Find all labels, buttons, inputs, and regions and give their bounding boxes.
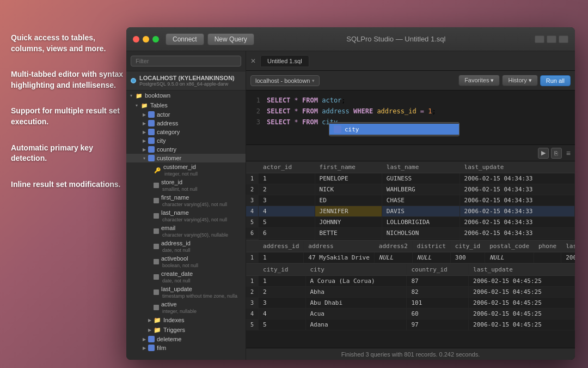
address-hdr-postal_code: postal_code <box>485 240 534 252</box>
table-icon-category <box>148 129 155 135</box>
sidebar-item-category[interactable]: ▶ category <box>126 128 246 136</box>
col-icon-address_id <box>154 244 159 249</box>
filter-input[interactable] <box>131 56 241 67</box>
export-button[interactable]: ▶ <box>538 148 549 159</box>
window-controls <box>535 35 568 43</box>
address-hdr-address: address <box>304 240 375 252</box>
folder-icon-booktown: 📁 <box>135 92 143 99</box>
tree-arrow-city: ▶ <box>142 138 147 143</box>
address-table: address_id address address2 district cit… <box>246 240 575 263</box>
tree-label-store_id: store_id <box>161 179 182 185</box>
win-ctrl-3[interactable] <box>559 35 568 43</box>
tree-label-address: address <box>157 120 178 126</box>
copy-button[interactable]: ⎘ <box>551 148 562 159</box>
table-row[interactable]: 1 1 A Corua (La Corua) 87 2006-02-15 04:… <box>246 276 575 287</box>
query-tab-bar: ✕ Untitled 1.sql <box>246 51 575 71</box>
run-all-button[interactable]: Run all <box>540 75 571 86</box>
table-row[interactable]: 3 3 ED CHASE 2006-02-15 04:34:33 <box>246 195 575 206</box>
table-row[interactable]: 1 1 47 MySakila Drive NULL NULL 300 NULL… <box>246 252 575 263</box>
db-selector-label: localhost - booktown <box>255 77 310 84</box>
tree-label-first_name: first_name <box>161 194 189 201</box>
editor-line-2: 2 SELECT * FROM address WHERE address_id… <box>246 106 575 117</box>
favorites-button[interactable]: Favorites ▾ <box>458 75 500 86</box>
tab-close-icon[interactable]: ✕ <box>250 57 256 65</box>
sidebar-item-address_id[interactable]: address_id date, not null <box>126 239 246 254</box>
tree-label-active: active <box>161 301 177 307</box>
sidebar-item-active[interactable]: active integer, nullable <box>126 300 246 315</box>
maximize-button[interactable] <box>152 36 159 43</box>
sidebar-item-film[interactable]: ▶ film <box>126 343 246 352</box>
city-hdr-last_update: last_update <box>469 264 575 276</box>
win-ctrl-2[interactable] <box>547 35 556 43</box>
col-icon-active <box>154 305 159 310</box>
sidebar-item-actor[interactable]: ▶ actor <box>126 110 246 119</box>
table-row[interactable]: 4 4 Acua 60 2006-02-15 04:45:25 <box>246 309 575 319</box>
tree-arrow-film: ▶ <box>142 345 147 351</box>
autocomplete-item-city[interactable]: city <box>329 124 459 135</box>
feature-3: Support for multiple result set executio… <box>11 106 125 127</box>
sidebar-item-triggers[interactable]: ▶ 📁 Triggers <box>126 325 246 335</box>
traffic-lights <box>133 36 159 43</box>
server-item[interactable]: LOCALHOST (KYLEHANKINSON) PostgreSQL 9.5… <box>126 71 246 91</box>
sidebar-item-customer[interactable]: ▾ customer <box>126 154 246 162</box>
query-tab[interactable]: Untitled 1.sql <box>260 55 309 67</box>
address-hdr-city_id: city_id <box>450 240 485 252</box>
sidebar-item-last_name[interactable]: last_name character varying(45), not nul… <box>126 208 246 224</box>
window-title: SQLPro Studio — Untitled 1.sql <box>258 35 535 43</box>
connect-button[interactable]: Connect <box>166 33 204 45</box>
sidebar-item-create_date[interactable]: create_date date, not null <box>126 269 246 285</box>
results-menu-icon[interactable]: ≡ <box>566 149 571 158</box>
sidebar-item-activebool[interactable]: activebool boolean, not null <box>126 254 246 269</box>
sidebar-item-tables[interactable]: ▾ 📁 Tables <box>126 100 246 110</box>
sidebar-item-booktown[interactable]: ▾ 📁 booktown <box>126 91 246 100</box>
line-num-3: 3 <box>250 117 260 128</box>
sidebar-item-last_update[interactable]: last_update timestamp without time zone,… <box>126 285 246 300</box>
feature-list: Quick access to tables, columns, views a… <box>11 33 125 205</box>
sidebar-item-first_name[interactable]: first_name character varying(45), not nu… <box>126 193 246 208</box>
server-status-dot <box>131 78 136 83</box>
table-row[interactable]: 1 1 PENELOPE GUINESS 2006-02-15 04:34:33 <box>246 173 575 184</box>
table-row[interactable]: 3 3 Abu Dhabi 101 2006-02-15 04:45:25 <box>246 298 575 309</box>
tree-sublabel-store_id: smallint, not null <box>162 186 198 192</box>
tree-arrow-deleteme: ▶ <box>142 336 147 342</box>
tree-arrow-booktown: ▾ <box>128 93 134 98</box>
minimize-button[interactable] <box>143 36 149 43</box>
tree-sublabel-last_name: character varying(45), not null <box>162 217 227 222</box>
tree-arrow-actor: ▶ <box>142 112 147 117</box>
feature-4: Automatic primary key detection. <box>11 143 125 164</box>
new-query-button[interactable]: New Query <box>207 33 254 45</box>
sidebar-item-city[interactable]: ▶ city <box>126 136 246 145</box>
tree-sublabel-last_update: timestamp without time zone, nulla <box>162 293 237 299</box>
table-row[interactable]: 6 6 BETTE NICHOLSON 2006-02-15 04:34:33 <box>246 228 575 239</box>
city-table: city_id city country_id last_update 1 1 <box>246 264 575 330</box>
table-row[interactable]: 2 2 NICK WAHLBERG 2006-02-15 04:34:33 <box>246 184 575 195</box>
sidebar-item-deleteme[interactable]: ▶ deleteme <box>126 335 246 343</box>
col-icon-store_id <box>154 183 159 188</box>
table-row[interactable]: 5 5 JOHNNY LOLLOBRIGIDA 2006-02-15 04:34… <box>246 217 575 228</box>
sidebar-item-indexes[interactable]: ▶ 📁 Indexes <box>126 315 246 325</box>
history-button[interactable]: History ▾ <box>502 75 537 86</box>
db-selector[interactable]: localhost - booktown ▾ <box>250 75 320 86</box>
sidebar-item-address[interactable]: ▶ address <box>126 119 246 128</box>
sidebar-item-store_id[interactable]: store_id smallint, not null <box>126 178 246 193</box>
key-icon-customer_id: 🔑 <box>154 166 161 174</box>
tree-sublabel-address_id: date, not null <box>162 248 191 253</box>
sidebar-item-email[interactable]: email character varying(50), nullable <box>126 224 246 239</box>
table-row[interactable]: 2 2 Abha 82 2006-02-15 04:45:25 <box>246 287 575 298</box>
address-hdr-district: district <box>412 240 450 252</box>
sidebar-item-customer_id[interactable]: 🔑 customer_id integer, not null <box>126 162 246 178</box>
content-area: LOCALHOST (KYLEHANKINSON) PostgreSQL 9.5… <box>126 51 575 360</box>
city-hdr-rownum <box>246 264 259 276</box>
actor-hdr-first_name: first_name <box>315 161 382 173</box>
table-row[interactable]: 4 4 JENNIFER DAVIS 2006-02-15 04:34:33 <box>246 206 575 217</box>
sidebar-item-country[interactable]: ▶ country <box>126 145 246 154</box>
win-ctrl-1[interactable] <box>535 35 544 43</box>
table-row[interactable]: 5 5 Adana 97 2006-02-15 04:45:25 <box>246 319 575 330</box>
sidebar-search-area <box>126 51 246 71</box>
actor-hdr-actor_id: actor_id <box>259 161 315 173</box>
feature-2: Multi-tabbed editor with syntax highligh… <box>11 69 125 91</box>
close-button[interactable] <box>133 36 139 43</box>
tree-arrow-customer: ▾ <box>142 155 147 161</box>
tree-label-category: category <box>157 129 180 135</box>
tree-label-booktown: booktown <box>145 92 170 99</box>
